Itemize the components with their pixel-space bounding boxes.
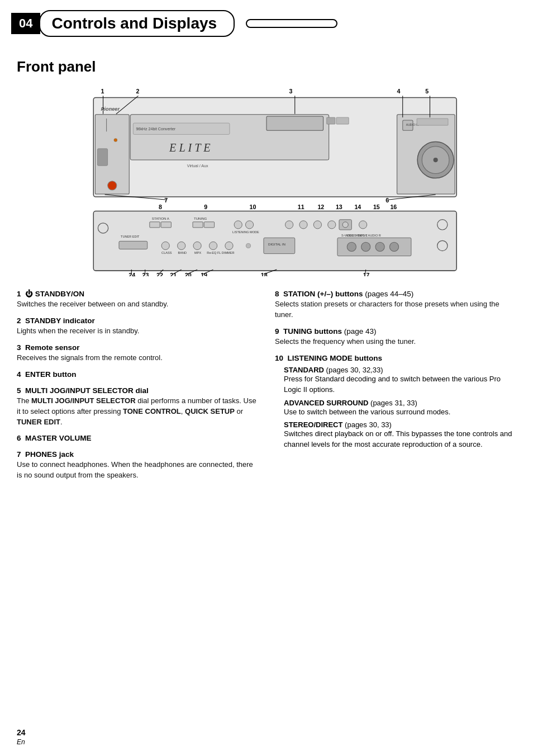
- mpx-label: MPX: [194, 251, 201, 254]
- item-body-9: Selects the frequency when using the tun…: [275, 337, 516, 347]
- desc-item-1: 1 ⏻ STANDBY/ON Switches the receiver bet…: [17, 290, 258, 310]
- item-header-2: 2 STANDBY indicator: [17, 316, 258, 325]
- fl-dimmer-btn: [225, 242, 233, 249]
- item-header-3: 3 Remote sensor: [17, 343, 258, 352]
- volume-center: [434, 158, 438, 162]
- btn-15: [342, 222, 348, 228]
- label-11: 11: [298, 204, 304, 210]
- item-body-1: Switches the receiver between on and sta…: [17, 299, 258, 310]
- virtual-aux: Virtual / Aux: [187, 164, 208, 168]
- sub-header-adv-surround: ADVANCED SURROUND (pages 31, 33): [284, 399, 516, 407]
- sub-header-standard: STANDARD (pages 30, 32,33): [284, 366, 516, 374]
- btn-13: [313, 221, 321, 229]
- item-header-4: 4 ENTER button: [17, 370, 258, 379]
- item-body-5: The MULTI JOG/INPUT SELECTOR dial perfor…: [17, 396, 258, 428]
- label-15: 15: [373, 204, 380, 210]
- page-footer: 24 En: [17, 728, 26, 746]
- item-header-5: 5 MULTI JOG/INPUT SELECTOR dial: [17, 386, 258, 395]
- station-btn1: [150, 222, 160, 228]
- remote-sensor: [266, 116, 323, 130]
- right-controls-top: [417, 119, 448, 125]
- listening-mode-label: LISTENING MODE: [232, 230, 259, 234]
- desc-item-10: 10 LISTENING MODE buttons STANDARD (page…: [275, 354, 516, 450]
- converter-text: 96kHz 24bit Converter: [136, 127, 175, 131]
- btn-14: [328, 221, 336, 229]
- label-2: 2: [136, 88, 139, 94]
- btn-12: [299, 221, 307, 229]
- label-6: 6: [386, 197, 389, 204]
- sub-item-standard: STANDARD (pages 30, 32,33) Press for Sta…: [284, 366, 516, 395]
- item-header-1: 1 ⏻ STANDBY/ON: [17, 290, 258, 298]
- svideo-label: S-VIDEO VIDEO L AUDIO R: [341, 234, 381, 237]
- desc-item-6: 6 MASTER VOLUME: [17, 434, 258, 443]
- language: En: [17, 738, 25, 746]
- desc-item-2: 2 STANDBY indicator Lights when the rece…: [17, 316, 258, 337]
- front-panel-title: Front panel: [17, 58, 516, 75]
- tuning-btn2: [204, 222, 214, 228]
- label-16: 16: [390, 204, 397, 210]
- label-1: 1: [101, 88, 104, 94]
- tuner-edit-area: [119, 241, 147, 249]
- desc-item-5: 5 MULTI JOG/INPUT SELECTOR dial The MULT…: [17, 386, 258, 428]
- label-14: 14: [354, 204, 361, 210]
- digital-in-label: DIGITAL IN: [268, 242, 285, 246]
- standard-btn: [234, 221, 242, 229]
- item-body-8: Selects station presets or characters fo…: [275, 299, 516, 320]
- page-header: 04 Controls and Displays: [0, 0, 533, 42]
- front-panel-diagram: 1 2 3 4 5 Pioneer 96kHz 24bit Converter …: [11, 83, 522, 278]
- diagram-svg: 1 2 3 4 5 Pioneer 96kHz 24bit Converter …: [11, 83, 522, 276]
- item-header-8: 8 STATION (+/–) buttons (pages 44–45): [275, 290, 516, 298]
- label-23: 23: [142, 272, 149, 276]
- desc-right-column: 8 STATION (+/–) buttons (pages 44–45) Se…: [275, 290, 516, 488]
- remote-indicator: [327, 117, 335, 124]
- small-dot: [246, 243, 250, 248]
- station-btn2: [161, 222, 171, 228]
- desc-item-3: 3 Remote sensor Receives the signals fro…: [17, 343, 258, 363]
- tuning-label: TUNING: [194, 216, 207, 220]
- reeq-btn: [209, 242, 217, 249]
- station-label: STATION A: [152, 216, 170, 220]
- sub-body-stereo-direct: Switches direct playback on or off. This…: [284, 429, 516, 450]
- btn-16: [359, 221, 367, 229]
- band-label: BAND: [178, 251, 187, 254]
- page-number: 24: [17, 728, 26, 737]
- av-jack3: [375, 242, 384, 251]
- band-btn: [178, 242, 185, 249]
- mpx-btn: [193, 242, 201, 249]
- label-4: 4: [397, 88, 401, 94]
- elite-logo: E L I T E: [169, 141, 211, 154]
- reeq-label: Re-EQ FL DIMMER: [207, 251, 234, 254]
- remote-indicator2: [336, 117, 349, 124]
- label-24: 24: [129, 272, 135, 276]
- label-13: 13: [336, 204, 342, 210]
- tuning-btn1: [193, 222, 203, 228]
- desc-item-9: 9 TUNING buttons (page 43) Selects the f…: [275, 327, 516, 347]
- sub-header-stereo-direct: STEREO/DIRECT (pages 30, 33): [284, 420, 516, 429]
- label-7: 7: [164, 197, 168, 204]
- class-label: CLASS: [161, 251, 172, 254]
- label-9: 9: [204, 204, 207, 210]
- phones-jack: [97, 149, 107, 166]
- av-jack4: [389, 242, 398, 251]
- sub-body-standard: Press for Standard decoding and to switc…: [284, 374, 516, 395]
- descriptions-grid: 1 ⏻ STANDBY/ON Switches the receiver bet…: [17, 290, 516, 488]
- label-5: 5: [425, 88, 429, 94]
- item-body-7: Use to connect headphones. When the head…: [17, 460, 258, 481]
- sub-item-stereo-direct: STEREO/DIRECT (pages 30, 33) Switches di…: [284, 420, 516, 450]
- header-right-decoration: [246, 19, 337, 28]
- label-22: 22: [156, 272, 163, 276]
- label-3: 3: [289, 88, 293, 94]
- item-header-9: 9 TUNING buttons (page 43): [275, 327, 516, 336]
- desc-item-4: 4 ENTER button: [17, 370, 258, 380]
- adv-surround-btn: [245, 221, 253, 229]
- desc-item-8: 8 STATION (+/–) buttons (pages 44–45) Se…: [275, 290, 516, 320]
- sub-item-adv-surround: ADVANCED SURROUND (pages 31, 33) Use to …: [284, 399, 516, 418]
- item-body-2: Lights when the receiver is in standby.: [17, 326, 258, 337]
- label-12: 12: [317, 204, 324, 210]
- av-jack1: [347, 242, 356, 251]
- item-header-10: 10 LISTENING MODE buttons: [275, 354, 516, 362]
- desc-left-column: 1 ⏻ STANDBY/ON Switches the receiver bet…: [17, 290, 258, 488]
- av-jack2: [361, 242, 370, 251]
- tuner-edit-label: TUNER EDIT: [121, 235, 140, 238]
- item-header-7: 7 PHONES jack: [17, 450, 258, 459]
